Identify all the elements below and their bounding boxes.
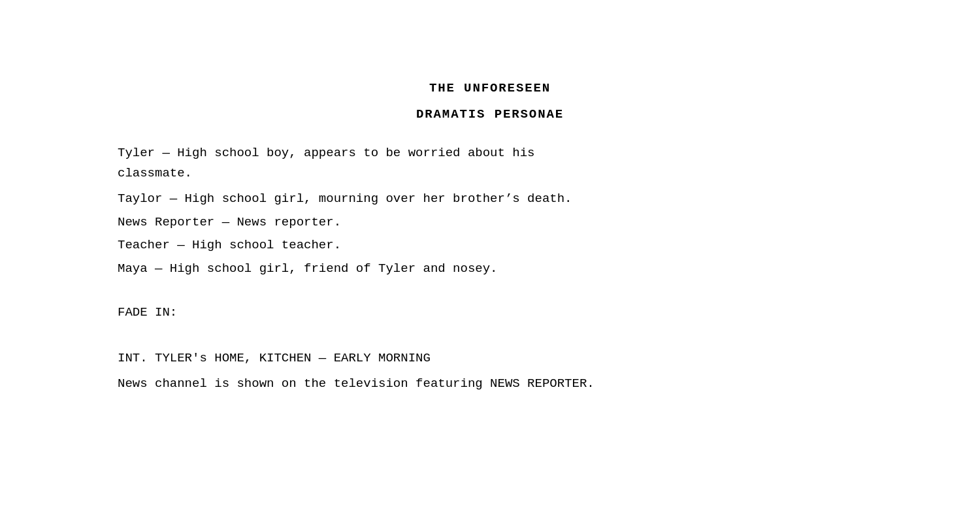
fade-in: FADE IN:: [118, 303, 862, 322]
screenplay-page: THE UNFORESEEN DRAMATIS PERSONAE Tyler —…: [0, 0, 980, 513]
title-block: THE UNFORESEEN DRAMATIS PERSONAE: [118, 78, 862, 125]
characters-block: Tyler — High school boy, appears to be w…: [118, 143, 862, 279]
scene-description: News channel is shown on the television …: [118, 374, 862, 394]
character-tyler-text: Tyler — High school boy, appears to be w…: [118, 146, 535, 180]
character-teacher: Teacher — High school teacher.: [118, 235, 862, 256]
character-taylor: Taylor — High school girl, mourning over…: [118, 189, 862, 209]
main-title: THE UNFORESEEN: [118, 78, 862, 98]
character-tyler: Tyler — High school boy, appears to be w…: [118, 143, 862, 184]
character-news-reporter: News Reporter — News reporter.: [118, 212, 862, 233]
script-section: FADE IN: INT. TYLER's HOME, KITCHEN — EA…: [118, 303, 862, 394]
scene-heading: INT. TYLER's HOME, KITCHEN — EARLY MORNI…: [118, 348, 862, 368]
character-taylor-text: Taylor — High school girl, mourning over…: [118, 191, 572, 206]
character-teacher-text: Teacher — High school teacher.: [118, 238, 341, 252]
character-maya-text: Maya — High school girl, friend of Tyler…: [118, 261, 498, 276]
character-maya: Maya — High school girl, friend of Tyler…: [118, 259, 862, 279]
subtitle: DRAMATIS PERSONAE: [118, 105, 862, 124]
character-news-reporter-text: News Reporter — News reporter.: [118, 215, 341, 229]
